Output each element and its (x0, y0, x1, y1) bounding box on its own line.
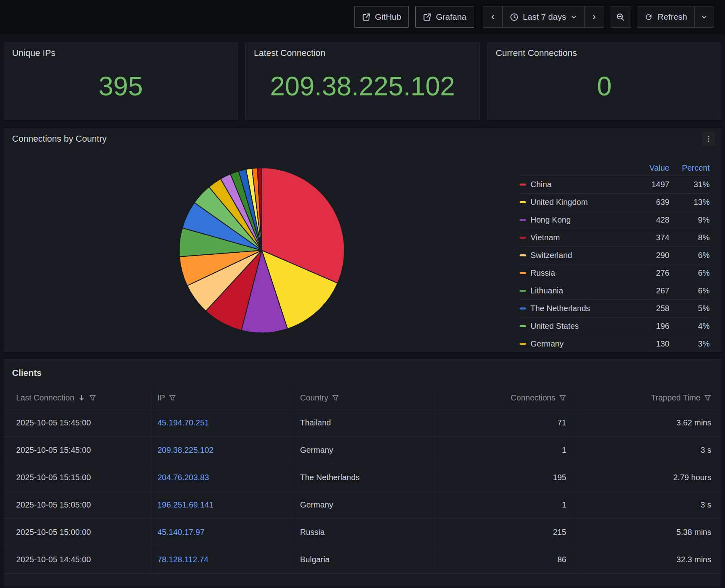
ip-link[interactable]: 45.140.17.97 (157, 528, 205, 537)
cell-connections: 71 (435, 409, 576, 437)
legend-color-marker (520, 307, 526, 309)
ip-link[interactable]: 204.76.203.83 (157, 473, 209, 482)
table-row: 2025-10-05 15:05:00196.251.69.141Germany… (4, 491, 721, 519)
column-header-country[interactable]: Country (294, 387, 435, 409)
column-header-trapped-time[interactable]: Trapped Time (576, 387, 721, 409)
legend-percent: 3% (669, 339, 710, 349)
filter-icon[interactable] (332, 394, 339, 402)
legend-value: 428 (631, 215, 669, 225)
github-button[interactable]: GitHub (354, 6, 409, 28)
cell-trapped-time: 3 s (576, 437, 721, 464)
time-picker: Last 7 days (483, 6, 604, 28)
pie-chart (4, 149, 520, 351)
legend-color-marker (520, 254, 526, 256)
column-header-ip[interactable]: IP (151, 387, 294, 409)
grafana-button[interactable]: Grafana (415, 6, 474, 28)
legend-series-name: Lithuania (530, 286, 631, 295)
panel-header: Connections by Country (4, 128, 721, 149)
panel-title: Connections by Country (12, 134, 107, 144)
legend-percent: 6% (669, 251, 710, 260)
chevron-right-icon (591, 14, 598, 21)
cell-connections: 1 (435, 437, 576, 464)
stat-panel-current-connections: Current Connections 0 (487, 42, 721, 120)
legend-item[interactable]: United States1964% (520, 318, 710, 335)
cell-trapped-time: 2.79 hours (576, 464, 721, 491)
legend-value: 276 (631, 268, 669, 278)
legend-value: 290 (631, 251, 669, 260)
cell-last-connection: 2025-10-05 15:15:00 (4, 464, 151, 491)
cell-country: Germany (294, 491, 435, 519)
dashboard-toolbar: GitHub Grafana Last 7 days Refresh (0, 0, 725, 34)
ip-link[interactable]: 196.251.69.141 (157, 500, 213, 510)
legend-value: 639 (631, 198, 669, 207)
grafana-button-label: Grafana (436, 12, 466, 22)
time-shift-forward-button[interactable] (584, 6, 604, 28)
refresh-button-label: Refresh (657, 12, 687, 22)
clock-icon (510, 13, 518, 21)
legend-color-marker (520, 290, 526, 292)
ip-link[interactable]: 45.194.70.251 (157, 418, 209, 427)
legend-percent: 6% (669, 268, 710, 278)
legend-percent: 13% (669, 198, 710, 207)
legend-item[interactable]: Lithuania2676% (520, 282, 710, 300)
ip-link[interactable]: 209.38.225.102 (157, 446, 213, 455)
legend-header-percent[interactable]: Percent (669, 163, 710, 173)
stat-title: Latest Connection (254, 48, 471, 58)
legend-percent: 5% (669, 304, 710, 313)
cell-ip: 45.194.70.251 (151, 409, 294, 437)
refresh-interval-button[interactable] (694, 6, 714, 28)
legend-series-name: Vietnam (530, 233, 631, 242)
stats-row: Unique IPs 395 Latest Connection 209.38.… (4, 42, 721, 120)
legend-item[interactable]: United Kingdom63913% (520, 194, 710, 211)
legend-item[interactable]: Hong Kong4289% (520, 211, 710, 229)
legend-series-name: Switzerland (530, 251, 631, 260)
time-range-button[interactable]: Last 7 days (502, 6, 585, 28)
stat-title: Current Connections (496, 48, 713, 58)
table-row: 2025-10-05 15:45:00209.38.225.102Germany… (4, 437, 721, 464)
panel-menu-button[interactable] (702, 132, 715, 146)
legend-series-name: Germany (530, 339, 631, 349)
legend-rows: China149731%United Kingdom63913%Hong Kon… (520, 176, 710, 352)
sort-desc-icon (78, 394, 85, 402)
cell-connections: 195 (435, 464, 576, 491)
legend-item[interactable]: Switzerland2906% (520, 247, 710, 264)
cell-last-connection: 2025-10-05 15:45:00 (4, 409, 151, 437)
column-header-connections[interactable]: Connections (435, 387, 576, 409)
legend-item[interactable]: China149731% (520, 176, 710, 194)
cell-ip: 209.38.225.102 (151, 437, 294, 464)
legend-percent: 8% (669, 233, 710, 242)
pie-body: Value Percent China149731%United Kingdom… (4, 149, 721, 351)
legend-item[interactable]: Germany1303% (520, 335, 710, 352)
clients-panel-title: Clients (4, 359, 721, 387)
zoom-out-time-button[interactable] (610, 6, 631, 28)
refresh-button[interactable]: Refresh (637, 6, 695, 28)
time-shift-back-button[interactable] (483, 6, 503, 28)
dashboard-content: Unique IPs 395 Latest Connection 209.38.… (0, 42, 725, 586)
legend-percent: 9% (669, 215, 710, 225)
ip-link[interactable]: 78.128.112.74 (157, 555, 208, 564)
chevron-left-icon (489, 14, 496, 21)
legend-item[interactable]: Russia2766% (520, 264, 710, 282)
cell-last-connection: 2025-10-05 15:45:00 (4, 437, 151, 464)
cell-connections: 86 (435, 546, 576, 574)
legend-color-marker (520, 343, 526, 345)
legend-item[interactable]: Vietnam3748% (520, 229, 710, 247)
legend-color-marker (520, 272, 526, 274)
filter-icon[interactable] (704, 394, 711, 402)
clients-table-header: Last Connection IP Country Connections T… (4, 387, 721, 409)
filter-icon[interactable] (559, 394, 566, 402)
filter-icon[interactable] (169, 394, 176, 402)
legend-series-name: United Kingdom (530, 198, 631, 207)
cell-trapped-time: 3.62 mins (576, 409, 721, 437)
cell-connections: 1 (435, 491, 576, 519)
cell-country: Germany (294, 437, 435, 464)
legend-header-value[interactable]: Value (631, 163, 669, 173)
column-header-last-connection[interactable]: Last Connection (4, 387, 151, 409)
cell-ip: 78.128.112.74 (151, 546, 294, 574)
legend-item[interactable]: The Netherlands2585% (520, 300, 710, 318)
refresh-icon (644, 13, 653, 21)
github-button-label: GitHub (375, 12, 401, 22)
filter-icon[interactable] (89, 394, 96, 402)
stat-value: 0 (496, 58, 713, 114)
cell-country: Russia (294, 519, 435, 546)
